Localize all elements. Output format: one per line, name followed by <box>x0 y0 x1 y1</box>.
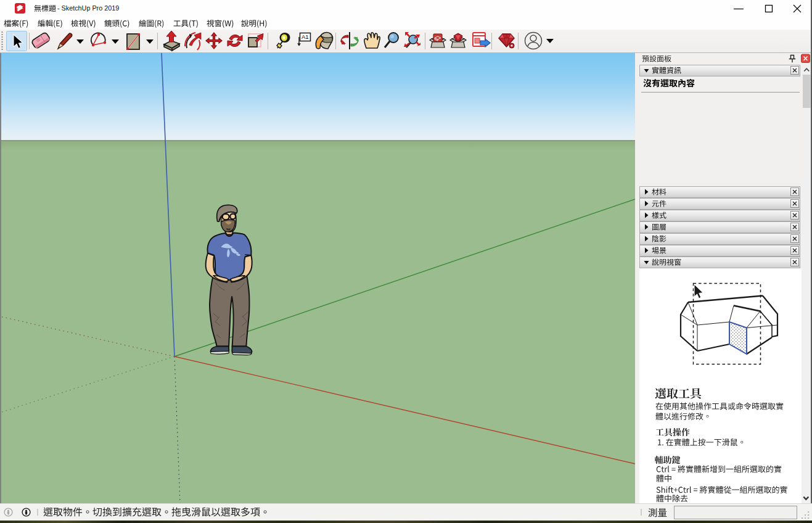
svg-text:- SketchUp Pro 2019: - SketchUp Pro 2019 <box>57 4 119 12</box>
svg-text:A1: A1 <box>301 33 309 40</box>
